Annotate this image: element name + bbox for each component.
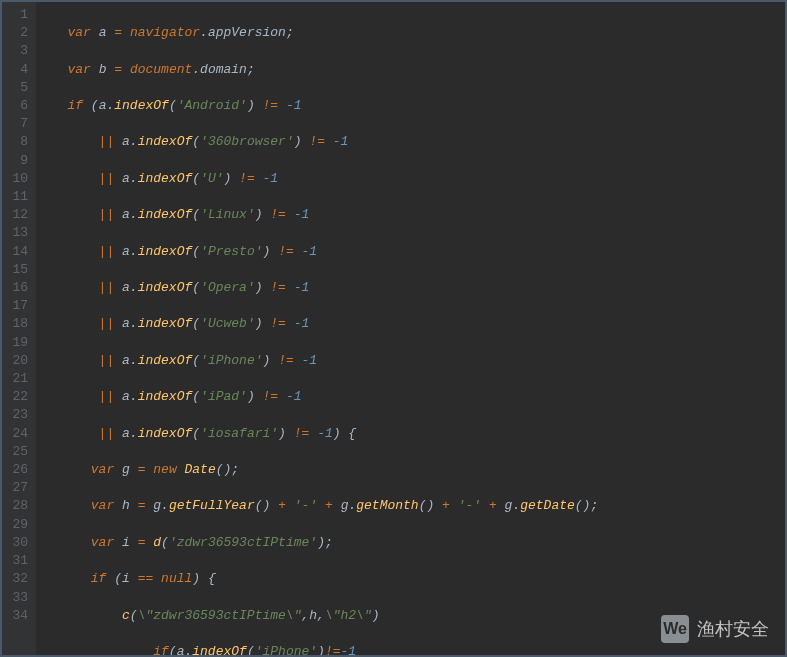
- line-number: 28: [12, 497, 28, 515]
- line-number: 22: [12, 388, 28, 406]
- code-line: || a.indexOf('U') != -1: [44, 170, 777, 188]
- code-line: var a = navigator.appVersion;: [44, 24, 777, 42]
- line-number: 2: [12, 24, 28, 42]
- line-number: 11: [12, 188, 28, 206]
- line-number: 33: [12, 589, 28, 607]
- code-line: var b = document.domain;: [44, 61, 777, 79]
- line-number: 19: [12, 334, 28, 352]
- code-line: || a.indexOf('iPhone') != -1: [44, 352, 777, 370]
- line-number: 23: [12, 406, 28, 424]
- code-line: var i = d('zdwr36593ctIPtime');: [44, 534, 777, 552]
- line-number: 31: [12, 552, 28, 570]
- code-line: if (a.indexOf('Android') != -1: [44, 97, 777, 115]
- line-number: 25: [12, 443, 28, 461]
- line-number: 17: [12, 297, 28, 315]
- line-number: 30: [12, 534, 28, 552]
- line-number: 24: [12, 425, 28, 443]
- watermark: We 渔村安全: [661, 615, 769, 643]
- line-number: 6: [12, 97, 28, 115]
- code-line: || a.indexOf('Ucweb') != -1: [44, 315, 777, 333]
- code-line: if(a.indexOf('iPhone')!=-1: [44, 643, 777, 655]
- line-number: 7: [12, 115, 28, 133]
- code-line: || a.indexOf('360browser') != -1: [44, 133, 777, 151]
- code-line: || a.indexOf('Presto') != -1: [44, 243, 777, 261]
- code-line: || a.indexOf('Linux') != -1: [44, 206, 777, 224]
- code-line: if (i == null) {: [44, 570, 777, 588]
- line-number: 14: [12, 243, 28, 261]
- line-number: 18: [12, 315, 28, 333]
- line-number: 32: [12, 570, 28, 588]
- line-number: 13: [12, 224, 28, 242]
- line-number: 16: [12, 279, 28, 297]
- line-number: 34: [12, 607, 28, 625]
- line-number: 26: [12, 461, 28, 479]
- line-number: 20: [12, 352, 28, 370]
- line-number: 1: [12, 6, 28, 24]
- line-number: 21: [12, 370, 28, 388]
- line-number: 12: [12, 206, 28, 224]
- code-area[interactable]: var a = navigator.appVersion; var b = do…: [36, 2, 785, 655]
- code-line: || a.indexOf('iosafari') != -1) {: [44, 425, 777, 443]
- line-number: 10: [12, 170, 28, 188]
- code-line: || a.indexOf('iPad') != -1: [44, 388, 777, 406]
- line-number: 8: [12, 133, 28, 151]
- wechat-icon: We: [661, 615, 689, 643]
- code-line: var h = g.getFullYear() + '-' + g.getMon…: [44, 497, 777, 515]
- watermark-text: 渔村安全: [697, 617, 769, 641]
- line-number: 27: [12, 479, 28, 497]
- line-number: 3: [12, 42, 28, 60]
- code-line: var g = new Date();: [44, 461, 777, 479]
- line-number: 15: [12, 261, 28, 279]
- line-number-gutter: 1234567891011121314151617181920212223242…: [2, 2, 36, 655]
- line-number: 5: [12, 79, 28, 97]
- code-editor: 1234567891011121314151617181920212223242…: [0, 0, 787, 657]
- line-number: 29: [12, 516, 28, 534]
- line-number: 9: [12, 152, 28, 170]
- line-number: 4: [12, 61, 28, 79]
- code-line: || a.indexOf('Opera') != -1: [44, 279, 777, 297]
